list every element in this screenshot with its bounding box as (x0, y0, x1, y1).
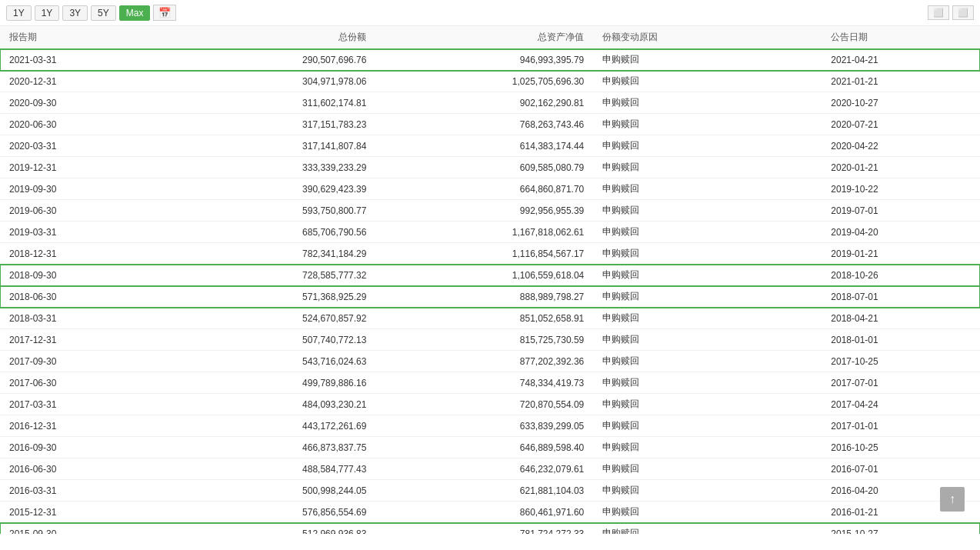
cell-shares: 443,172,261.69 (158, 415, 376, 437)
cell-shares: 488,584,777.43 (158, 458, 376, 480)
cell-shares: 543,716,024.63 (158, 351, 376, 372)
cell-announce: 2021-01-21 (822, 71, 980, 92)
col-header-date: 报告期 (0, 26, 158, 49)
cell-date: 2017-09-30 (0, 351, 158, 372)
cell-announce: 2019-04-20 (822, 222, 980, 243)
export-btn1[interactable]: ⬜ (928, 5, 949, 20)
cell-shares: 317,141,807.84 (158, 135, 376, 157)
table-header-row: 报告期 总份额 总资产净值 份额变动原因 公告日期 (0, 26, 980, 49)
cell-reason: 申购赎回 (593, 243, 822, 265)
cell-nav: 633,839,299.05 (375, 415, 593, 437)
cell-date: 2018-12-31 (0, 243, 158, 265)
cell-nav: 1,025,705,696.30 (375, 71, 593, 92)
cell-date: 2020-06-30 (0, 114, 158, 135)
cell-nav: 1,167,818,062.61 (375, 222, 593, 243)
cell-reason: 申购赎回 (593, 523, 822, 535)
cell-date: 2017-12-31 (0, 329, 158, 351)
cell-shares: 593,750,800.77 (158, 200, 376, 222)
cell-announce: 2018-07-01 (822, 286, 980, 308)
cell-announce: 2020-10-27 (822, 92, 980, 114)
cell-announce: 2017-04-24 (822, 394, 980, 415)
cell-date: 2018-06-30 (0, 286, 158, 308)
table-row: 2018-09-30728,585,777.321,106,559,618.04… (0, 265, 980, 286)
table-row: 2016-09-30466,873,837.75646,889,598.40申购… (0, 437, 980, 458)
cell-date: 2020-03-31 (0, 135, 158, 157)
cell-shares: 500,998,244.05 (158, 480, 376, 502)
cell-shares: 512,969,936.83 (158, 523, 376, 535)
scroll-to-top-btn[interactable]: ↑ (940, 487, 965, 512)
col-header-reason: 份额变动原因 (593, 26, 822, 49)
cell-date: 2019-09-30 (0, 178, 158, 200)
cell-nav: 646,232,079.61 (375, 458, 593, 480)
table-row: 2015-09-30512,969,936.83781,724,272.33申购… (0, 523, 980, 535)
cell-reason: 申购赎回 (593, 49, 822, 71)
cell-shares: 333,339,233.29 (158, 157, 376, 178)
cell-reason: 申购赎回 (593, 200, 822, 222)
table-row: 2016-12-31443,172,261.69633,839,299.05申购… (0, 415, 980, 437)
cell-date: 2016-09-30 (0, 437, 158, 458)
cell-announce: 2015-10-27 (822, 523, 980, 535)
cell-date: 2020-09-30 (0, 92, 158, 114)
table-row: 2020-12-31304,971,978.061,025,705,696.30… (0, 71, 980, 92)
table-row: 2020-03-31317,141,807.84614,383,174.44申购… (0, 135, 980, 157)
cell-reason: 申购赎回 (593, 265, 822, 286)
table-row: 2018-06-30571,368,925.29888,989,798.27申购… (0, 286, 980, 308)
cell-shares: 466,873,837.75 (158, 437, 376, 458)
cell-reason: 申购赎回 (593, 502, 822, 523)
cell-reason: 申购赎回 (593, 458, 822, 480)
cell-date: 2021-03-31 (0, 49, 158, 71)
period-1y-btn[interactable]: 1Y (6, 5, 32, 21)
cell-shares: 290,507,696.76 (158, 49, 376, 71)
cell-date: 2018-09-30 (0, 265, 158, 286)
cell-nav: 1,106,559,618.04 (375, 265, 593, 286)
cell-announce: 2018-04-21 (822, 308, 980, 329)
export-icons: ⬜ ⬜ (928, 5, 974, 20)
table-row: 2020-09-30311,602,174.81902,162,290.81申购… (0, 92, 980, 114)
cell-date: 2020-12-31 (0, 71, 158, 92)
period-5y-btn[interactable]: 5Y (91, 5, 116, 21)
table-row: 2019-03-31685,706,790.561,167,818,062.61… (0, 222, 980, 243)
cell-reason: 申购赎回 (593, 92, 822, 114)
cell-announce: 2020-04-22 (822, 135, 980, 157)
table-row: 2019-09-30390,629,423.39664,860,871.70申购… (0, 178, 980, 200)
calendar-icon[interactable]: 📅 (153, 5, 176, 21)
cell-shares: 390,629,423.39 (158, 178, 376, 200)
table-row: 2016-03-31500,998,244.05621,881,104.03申购… (0, 480, 980, 502)
col-header-nav: 总资产净值 (375, 26, 593, 49)
table-row: 2017-06-30499,789,886.16748,334,419.73申购… (0, 372, 980, 394)
cell-reason: 申购赎回 (593, 286, 822, 308)
cell-announce: 2018-10-26 (822, 265, 980, 286)
cell-announce: 2018-01-01 (822, 329, 980, 351)
table-row: 2017-03-31484,093,230.21720,870,554.09申购… (0, 394, 980, 415)
cell-reason: 申购赎回 (593, 372, 822, 394)
period-max-btn[interactable]: Max (119, 5, 151, 21)
table-row: 2020-06-30317,151,783.23768,263,743.46申购… (0, 114, 980, 135)
cell-reason: 申购赎回 (593, 437, 822, 458)
table-row: 2016-06-30488,584,777.43646,232,079.61申购… (0, 458, 980, 480)
cell-shares: 685,706,790.56 (158, 222, 376, 243)
cell-date: 2018-03-31 (0, 308, 158, 329)
table-row: 2018-03-31524,670,857.92851,052,658.91申购… (0, 308, 980, 329)
data-table: 报告期 总份额 总资产净值 份额变动原因 公告日期 2021-03-31290,… (0, 26, 980, 534)
cell-nav: 888,989,798.27 (375, 286, 593, 308)
cell-shares: 484,093,230.21 (158, 394, 376, 415)
cell-announce: 2017-01-01 (822, 415, 980, 437)
cell-announce: 2019-10-22 (822, 178, 980, 200)
cell-reason: 申购赎回 (593, 351, 822, 372)
table-row: 2021-03-31290,507,696.76946,993,395.79申购… (0, 49, 980, 71)
col-header-shares: 总份额 (158, 26, 376, 49)
cell-reason: 申购赎回 (593, 178, 822, 200)
period-1y-btn2[interactable]: 1Y (35, 5, 60, 21)
period-3y-btn[interactable]: 3Y (62, 5, 88, 21)
table-row: 2018-12-31782,341,184.291,116,854,567.17… (0, 243, 980, 265)
cell-shares: 507,740,772.13 (158, 329, 376, 351)
cell-nav: 851,052,658.91 (375, 308, 593, 329)
table-row: 2017-12-31507,740,772.13815,725,730.59申购… (0, 329, 980, 351)
cell-date: 2019-03-31 (0, 222, 158, 243)
cell-reason: 申购赎回 (593, 71, 822, 92)
cell-nav: 646,889,598.40 (375, 437, 593, 458)
export-btn2[interactable]: ⬜ (952, 5, 974, 20)
cell-announce: 2019-01-21 (822, 243, 980, 265)
cell-date: 2017-06-30 (0, 372, 158, 394)
toolbar: 1Y 1Y 3Y 5Y Max 📅 ⬜ ⬜ (0, 0, 980, 26)
